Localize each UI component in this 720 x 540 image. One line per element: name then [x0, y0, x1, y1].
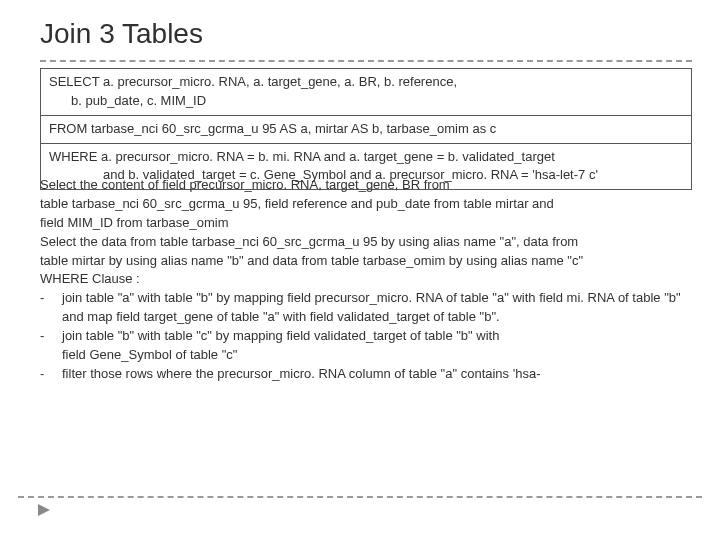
footer-divider — [18, 496, 702, 498]
dash-icon: - — [40, 327, 62, 346]
dash-icon — [40, 346, 62, 365]
explain-line-2: table tarbase_nci 60_src_gcrma_u 95, fie… — [40, 195, 692, 214]
bullet-1: - join table "a" with table "b" by mappi… — [40, 289, 692, 327]
bullet-2b-text: field Gene_Symbol of table "c" — [62, 346, 692, 365]
sql-select-line2: b. pub_date, c. MIM_ID — [49, 92, 683, 111]
explain-line-4: Select the data from table tarbase_nci 6… — [40, 233, 692, 252]
slide: Join 3 Tables SELECT a. precursor_micro.… — [0, 0, 720, 384]
title-divider — [40, 60, 692, 62]
sql-select-line1: SELECT a. precursor_micro. RNA, a. targe… — [49, 74, 457, 89]
explanation: Select the content of field precursor_mi… — [40, 176, 692, 383]
sql-box: SELECT a. precursor_micro. RNA, a. targe… — [40, 68, 692, 190]
sql-where-line1: WHERE a. precursor_micro. RNA = b. mi. R… — [49, 149, 555, 164]
dash-icon: - — [40, 289, 62, 327]
arrow-right-icon — [38, 504, 52, 516]
bullet-2-text: join table "b" with table "c" by mapping… — [62, 327, 692, 346]
explain-line-5: table mirtar by using alias name "b" and… — [40, 252, 692, 271]
explain-line-3: field MIM_ID from tarbase_omim — [40, 214, 692, 233]
sql-from: FROM tarbase_nci 60_src_gcrma_u 95 AS a,… — [41, 116, 691, 144]
bullet-2: - join table "b" with table "c" by mappi… — [40, 327, 692, 346]
dash-icon: - — [40, 365, 62, 384]
explain-where-clause: WHERE Clause : — [40, 270, 692, 289]
bullet-3: - filter those rows where the precursor_… — [40, 365, 692, 384]
bullet-3-text: filter those rows where the precursor_mi… — [62, 365, 692, 384]
slide-title: Join 3 Tables — [40, 18, 692, 50]
bullet-1-text: join table "a" with table "b" by mapping… — [62, 289, 692, 327]
svg-marker-0 — [38, 504, 50, 516]
bullet-2b: field Gene_Symbol of table "c" — [40, 346, 692, 365]
sql-select: SELECT a. precursor_micro. RNA, a. targe… — [41, 69, 691, 116]
